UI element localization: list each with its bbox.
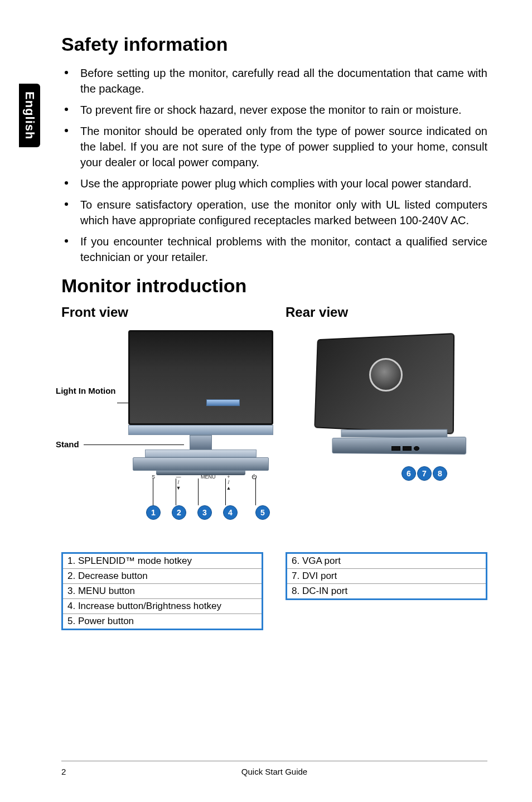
bullet-icon — [65, 239, 68, 243]
monitor-screen — [128, 330, 273, 425]
legend-row: 4. Increase button/Brightness hotkey — [62, 599, 263, 614]
safety-bullet-list: Before setting up the monitor, carefully… — [61, 65, 487, 265]
bullet-icon — [65, 108, 68, 111]
page-number: 2 — [61, 767, 84, 776]
safety-heading: Safety information — [61, 33, 487, 55]
bullet-text: The monitor should be operated only from… — [80, 123, 487, 170]
bullet-text: Before setting up the monitor, carefully… — [80, 65, 487, 96]
rear-view-heading: Rear view — [286, 305, 487, 320]
callout-number: 8 — [433, 466, 447, 481]
vga-port-icon — [391, 446, 400, 451]
front-view-column: Front view Light In Motion Stand S — / ▼… — [61, 305, 263, 630]
callout-stand: Stand — [56, 439, 79, 449]
rear-number-row: 6 7 8 — [402, 466, 447, 481]
legend-row: 5. Power button — [62, 614, 263, 630]
rear-ports — [391, 446, 419, 451]
stand-mid — [133, 457, 269, 471]
language-tab: English — [19, 84, 40, 147]
front-view-diagram: Light In Motion Stand S — / ▼ MENU + / ▲… — [61, 330, 263, 542]
page-footer: 2 Quick Start Guide — [0, 761, 532, 776]
callout-number: 4 — [223, 505, 238, 520]
leader-line — [198, 479, 199, 505]
leader-line — [225, 479, 226, 505]
legend-row: 7. DVI port — [287, 569, 487, 584]
legend-row: 6. VGA port — [287, 553, 487, 569]
callout-number: 7 — [417, 466, 432, 481]
bullet-icon — [65, 129, 68, 132]
monitor-bezel — [128, 425, 273, 435]
bullet-icon — [65, 181, 68, 185]
dvi-port-icon — [403, 446, 412, 451]
rear-stand — [341, 429, 448, 438]
front-button-row: S — / ▼ MENU + / ▲ ⏻ — [151, 474, 257, 491]
leader-line — [176, 479, 176, 505]
legend-row: 8. DC-IN port — [287, 584, 487, 600]
monitor-neck — [190, 435, 212, 450]
rear-view-diagram: 6 7 8 — [286, 330, 487, 542]
menu-icon: MENU — [201, 474, 206, 491]
decrease-icon: — / ▼ — [176, 474, 181, 491]
increase-icon: + / ▲ — [226, 474, 231, 491]
stand-top — [145, 450, 257, 457]
brand-logo-icon — [369, 358, 403, 392]
legend-row: 1. SPLENDID™ mode hotkey — [62, 553, 263, 569]
rear-base — [332, 437, 466, 455]
rear-view-column: Rear view 6 7 8 — [286, 305, 487, 630]
bullet-text: If you encounter technical problems with… — [80, 234, 487, 265]
callout-number: 3 — [197, 505, 212, 520]
footer-title: Quick Start Guide — [84, 767, 465, 776]
dc-in-port-icon — [414, 446, 419, 451]
legend-row: 3. MENU button — [62, 584, 263, 599]
intro-heading: Monitor introduction — [61, 275, 487, 297]
leader-line — [153, 479, 153, 505]
callout-line — [84, 445, 184, 445]
callout-number: 2 — [172, 505, 186, 520]
callout-number: 1 — [146, 505, 161, 520]
callout-number: 5 — [255, 505, 270, 520]
rear-legend-table: 6. VGA port 7. DVI port 8. DC-IN port — [286, 552, 487, 600]
bullet-text: Use the appropriate power plug which com… — [80, 176, 471, 191]
leader-line — [255, 479, 256, 505]
front-number-row: 1 2 3 4 5 — [146, 505, 270, 520]
bullet-text: To prevent fire or shock hazard, never e… — [80, 102, 462, 118]
bullet-icon — [65, 71, 68, 74]
front-view-heading: Front view — [61, 305, 263, 320]
bullet-text: To ensure satisfactory operation, use th… — [80, 197, 487, 228]
splendid-icon: S — [151, 474, 156, 491]
callout-light-in-motion: Light In Motion — [56, 386, 115, 395]
callout-number: 6 — [402, 466, 416, 481]
light-strip — [206, 399, 240, 406]
legend-row: 2. Decrease button — [62, 569, 263, 584]
front-legend-table: 1. SPLENDID™ mode hotkey 2. Decrease but… — [61, 552, 263, 630]
bullet-icon — [65, 202, 68, 206]
